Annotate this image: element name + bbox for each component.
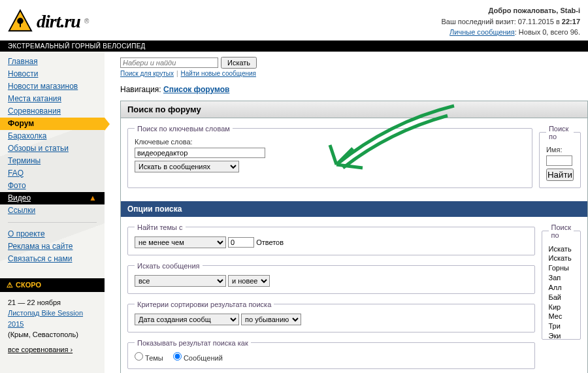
triangle-icon: ▲ <box>89 193 97 203</box>
nav-photo[interactable]: Фото <box>0 180 105 192</box>
search-panel: Поиск по форуму Поиск по ключевым словам… <box>120 101 588 374</box>
forums-fieldset: Поиск по ИскатьИскатьГорны ЗапАллБайКирМ… <box>542 223 581 340</box>
nav-news[interactable]: Новости <box>0 68 105 80</box>
find-messages-fieldset: Искать сообщения все и новее <box>127 262 535 294</box>
nav-about[interactable]: О проекте <box>0 228 105 240</box>
show-messages-radio[interactable] <box>173 352 182 361</box>
divider <box>8 222 97 223</box>
nav-faq[interactable]: FAQ <box>0 167 105 180</box>
nav-terms[interactable]: Термины <box>0 155 105 167</box>
replies-count-input[interactable] <box>228 237 254 248</box>
nav-forum[interactable]: Форум <box>0 118 105 130</box>
options-bar: Опции поиска <box>121 201 587 217</box>
soon-body: 21 — 22 ноября Листопад Bike Session 201… <box>0 292 105 361</box>
nav-contact[interactable]: Связаться с нами <box>0 253 105 265</box>
sidebar: Главная Новости Новости магазинов Места … <box>0 52 105 374</box>
search-in-select[interactable]: Искать в сообщениях <box>135 161 239 172</box>
nav-main[interactable]: Главная <box>0 56 105 68</box>
sort-by-select[interactable]: Дата создания сообщ <box>135 314 239 325</box>
keywords-input[interactable] <box>135 148 265 158</box>
warning-triangle-icon <box>8 8 33 35</box>
logo[interactable]: dirt.ru ® <box>8 5 89 38</box>
svg-rect-2 <box>20 20 21 27</box>
username-input[interactable] <box>546 155 572 166</box>
breadcrumb: Навигация: Список форумов <box>120 85 588 94</box>
replies-mode-select[interactable]: не менее чем <box>135 236 226 248</box>
nav-video[interactable]: Видео▲ <box>0 192 105 204</box>
nav-spots[interactable]: Места катания <box>0 93 105 105</box>
advanced-search-link[interactable]: Поиск для крутых <box>120 70 174 77</box>
private-messages-link[interactable]: Личные сообщения <box>449 28 515 36</box>
registered-mark: ® <box>84 18 89 25</box>
quick-search-button[interactable] <box>221 57 257 69</box>
warning-icon: ⚠ <box>7 281 13 289</box>
show-as-fieldset: Показывать результат поиска как Темы Соо… <box>127 339 535 369</box>
soon-header: ⚠СКОРО <box>0 278 105 292</box>
sort-dir-select[interactable]: по убыванию <box>241 314 301 325</box>
forums-select[interactable]: ИскатьИскатьГорны ЗапАллБайКирМесТриЭкиН… <box>549 244 574 340</box>
show-topics-radio[interactable] <box>135 352 143 361</box>
welcome-block: Добро пожаловать, Stab-i Ваш последний в… <box>441 5 580 38</box>
panel-title: Поиск по форуму <box>121 101 587 118</box>
all-competitions-link[interactable]: все соревнования › <box>8 344 73 355</box>
logo-text: dirt.ru <box>37 11 80 32</box>
quick-search-input[interactable] <box>120 57 218 68</box>
find-topics-fieldset: Найти темы с не менее чем Ответов <box>127 223 535 255</box>
keywords-fieldset: Поиск по ключевым словам Ключевые слова:… <box>127 125 532 188</box>
nav-competitions[interactable]: Соревнования <box>0 105 105 118</box>
find-user-button[interactable] <box>546 169 574 181</box>
tagline-bar: ЭКСТРЕМАЛЬНЫЙ ГОРНЫЙ ВЕЛОСИПЕД <box>0 41 588 52</box>
sort-fieldset: Критерии сортировки результата поиска Да… <box>127 300 535 332</box>
nav-market[interactable]: Барахолка <box>0 130 105 142</box>
user-fieldset: Поиск по Имя: <box>539 125 581 188</box>
nav-shop-news[interactable]: Новости магазинов <box>0 80 105 93</box>
forum-list-link[interactable]: Список форумов <box>163 85 229 94</box>
main-content: Поиск для крутых|Найти новые сообщения Н… <box>105 52 588 374</box>
new-posts-link[interactable]: Найти новые сообщения <box>181 70 256 77</box>
keywords-label: Ключевые слова: <box>135 138 525 146</box>
soon-event-link[interactable]: Листопад Bike Session 2015 <box>8 309 83 328</box>
scope-select[interactable]: все <box>135 275 226 287</box>
age-select[interactable]: и новее <box>228 275 270 287</box>
nav-links[interactable]: Ссылки <box>0 204 105 217</box>
nav-reviews[interactable]: Обзоры и статьи <box>0 142 105 155</box>
nav-ads[interactable]: Реклама на сайте <box>0 240 105 253</box>
